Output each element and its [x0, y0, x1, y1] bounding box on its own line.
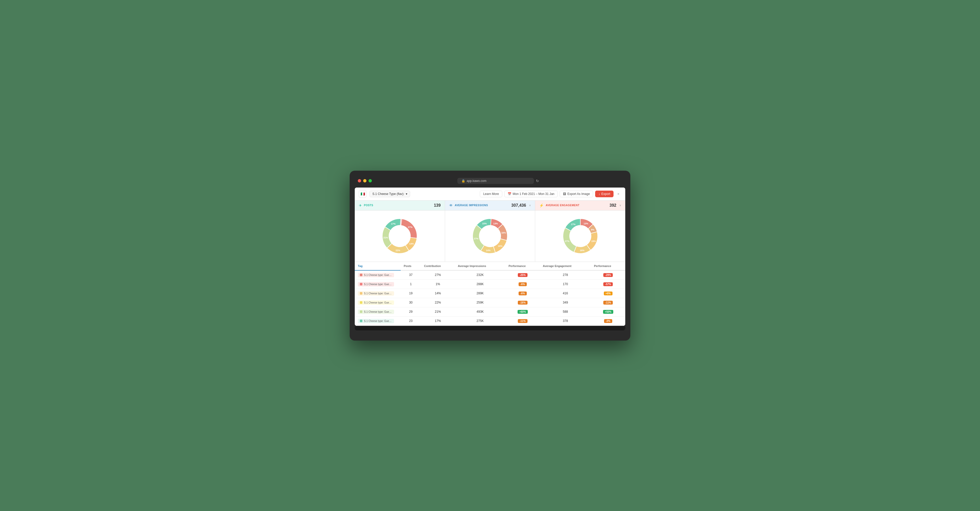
engagement-donut-chart: 13%8%19%16%27%17% — [560, 216, 601, 257]
td-tag-4: S.1 Cheese type: Guerrini 5... — [355, 307, 401, 316]
logo-icon: 🇮🇹 — [361, 192, 365, 196]
metric-card-impressions[interactable]: 👁 AVERAGE IMPRESSIONS 307,436 ∨ — [445, 201, 535, 210]
td-avg-engagement-3: 349 — [540, 298, 591, 307]
svg-text:14%: 14% — [486, 249, 490, 251]
svg-text:14%: 14% — [409, 243, 414, 245]
maximize-dot[interactable] — [369, 179, 372, 182]
svg-text:16%: 16% — [580, 249, 584, 251]
engagement-value: 392 — [609, 203, 616, 208]
svg-text:15%: 15% — [482, 222, 487, 225]
reload-icon[interactable]: ↻ — [536, 179, 539, 183]
td-avg-impressions-4: 493K — [455, 307, 506, 316]
chevron-down-icon: ▾ — [406, 192, 407, 196]
perf-eng-badge-5: -0% — [604, 319, 612, 323]
table-row: S.1 Cheese type: Guerrini 2... 1 1% 288K… — [355, 279, 625, 289]
td-posts-1: 1 — [401, 279, 421, 289]
th-perf-impressions: Performance — [506, 262, 540, 270]
svg-text:27%: 27% — [408, 225, 413, 228]
td-perf-engagement-3: -11% — [591, 298, 625, 307]
td-perf-impressions-0: -25% — [506, 270, 540, 280]
engagement-label: AVERAGE ENGAGEMENT — [546, 204, 579, 207]
svg-text:17%: 17% — [391, 222, 396, 225]
td-tag-2: S.1 Cheese type: Guerrini 3... — [355, 289, 401, 298]
tag-dot-0 — [360, 274, 363, 276]
td-avg-engagement-0: 278 — [540, 270, 591, 280]
tag-chip-3: S.1 Cheese type: Guerrini 4... — [358, 300, 394, 305]
tag-label-0: S.1 Cheese type: Guerrini 1... — [364, 274, 392, 276]
td-avg-impressions-1: 288K — [455, 279, 506, 289]
td-posts-3: 30 — [401, 298, 421, 307]
tag-dot-4 — [360, 310, 363, 313]
perf-imp-badge-3: -16% — [518, 301, 527, 305]
tag-label-4: S.1 Cheese type: Guerrini 5... — [364, 310, 392, 313]
url-display[interactable]: 🔒 app.kawo.com — [457, 178, 534, 184]
posts-icon: ✈ — [359, 203, 362, 208]
monitor: 🔒 app.kawo.com ↻ 🇮🇹 S.1 Cheese Type (fla… — [350, 171, 630, 340]
close-button[interactable]: × — [616, 191, 621, 197]
export-button[interactable]: ↓ Export — [595, 191, 614, 197]
date-range-selector[interactable]: 📅 Mon 1 Feb 2021 – Mon 31 Jan — [504, 191, 558, 197]
table-row: S.1 Cheese type: Guerrini 4... 30 22% 25… — [355, 298, 625, 307]
data-table: Tag Posts Contribution Average Impressio… — [355, 262, 625, 326]
table-row: S.1 Cheese type: Guerrini 3... 19 14% 28… — [355, 289, 625, 298]
date-range-text: Mon 1 Feb 2021 – Mon 31 Jan — [513, 192, 554, 196]
th-posts: Posts — [401, 262, 421, 270]
tag-chip-5: S.1 Cheese type: Guerrini 6... — [358, 319, 394, 323]
report-selector[interactable]: S.1 Cheese Type (flav): ▾ — [369, 191, 410, 197]
charts-row: 27%14%22%21%17% 13%16%16%14%27%15% 13%8%… — [355, 211, 625, 262]
td-contribution-2: 14% — [421, 289, 455, 298]
metric-card-engagement[interactable]: ⚡ AVERAGE ENGAGEMENT 392 ∨ — [535, 201, 625, 210]
td-posts-0: 37 — [401, 270, 421, 280]
tag-label-1: S.1 Cheese type: Guerrini 2... — [364, 283, 392, 286]
posts-label: POSTS — [364, 204, 373, 207]
td-perf-impressions-1: -6% — [506, 279, 540, 289]
learn-more-button[interactable]: Learn More — [480, 191, 502, 197]
td-contribution-3: 22% — [421, 298, 455, 307]
perf-imp-badge-5: -11% — [518, 319, 527, 323]
td-tag-0: S.1 Cheese type: Guerrini 1... — [355, 270, 401, 280]
td-avg-impressions-0: 232K — [455, 270, 506, 280]
tag-dot-3 — [360, 301, 363, 304]
td-tag-3: S.1 Cheese type: Guerrini 4... — [355, 298, 401, 307]
image-icon: 🖼 — [563, 192, 566, 196]
td-posts-4: 29 — [401, 307, 421, 316]
perf-imp-badge-0: -25% — [518, 273, 527, 277]
td-perf-impressions-5: -11% — [506, 316, 540, 326]
svg-text:21%: 21% — [383, 236, 388, 239]
export-as-image-button[interactable]: 🖼 Export As Image — [560, 191, 593, 197]
url-text: app.kawo.com — [467, 179, 487, 183]
th-avg-engagement: Average Engagement — [540, 262, 591, 270]
tag-dot-1 — [360, 283, 363, 286]
tag-chip-0: S.1 Cheese type: Guerrini 1... — [358, 273, 394, 277]
td-perf-impressions-3: -16% — [506, 298, 540, 307]
td-avg-impressions-2: 289K — [455, 289, 506, 298]
lock-icon: 🔒 — [461, 179, 465, 183]
svg-text:16%: 16% — [498, 244, 503, 247]
td-avg-impressions-3: 259K — [455, 298, 506, 307]
minimize-dot[interactable] — [363, 179, 366, 182]
th-avg-impressions: Average Impressions — [455, 262, 506, 270]
toolbar: 🇮🇹 S.1 Cheese Type (flav): ▾ Learn More … — [355, 188, 625, 201]
posts-value: 139 — [434, 203, 441, 208]
learn-more-label: Learn More — [483, 192, 499, 196]
perf-imp-badge-2: -6% — [519, 292, 527, 295]
posts-chart-container: 27%14%22%21%17% — [355, 211, 445, 262]
td-posts-2: 19 — [401, 289, 421, 298]
table-body: S.1 Cheese type: Guerrini 1... 37 27% 23… — [355, 270, 625, 326]
th-perf-engagement: Performance — [591, 262, 625, 270]
data-table-section: Tag Posts Contribution Average Impressio… — [355, 262, 625, 326]
svg-text:8%: 8% — [591, 228, 594, 231]
svg-text:19%: 19% — [591, 240, 596, 242]
perf-imp-badge-4: +60% — [517, 310, 528, 314]
table-row: S.1 Cheese type: Guerrini 6... 23 17% 27… — [355, 316, 625, 326]
close-dot[interactable] — [358, 179, 361, 182]
tag-chip-1: S.1 Cheese type: Guerrini 2... — [358, 282, 394, 286]
monitor-stand — [355, 326, 625, 331]
report-selector-label: S.1 Cheese Type (flav): — [372, 192, 404, 196]
engagement-chevron-icon: ∨ — [619, 204, 621, 207]
toolbar-actions: Learn More 📅 Mon 1 Feb 2021 – Mon 31 Jan… — [480, 191, 621, 197]
td-perf-engagement-2: +6% — [591, 289, 625, 298]
tag-chip-2: S.1 Cheese type: Guerrini 3... — [358, 291, 394, 295]
perf-eng-badge-0: -29% — [603, 273, 613, 277]
td-tag-1: S.1 Cheese type: Guerrini 2... — [355, 279, 401, 289]
